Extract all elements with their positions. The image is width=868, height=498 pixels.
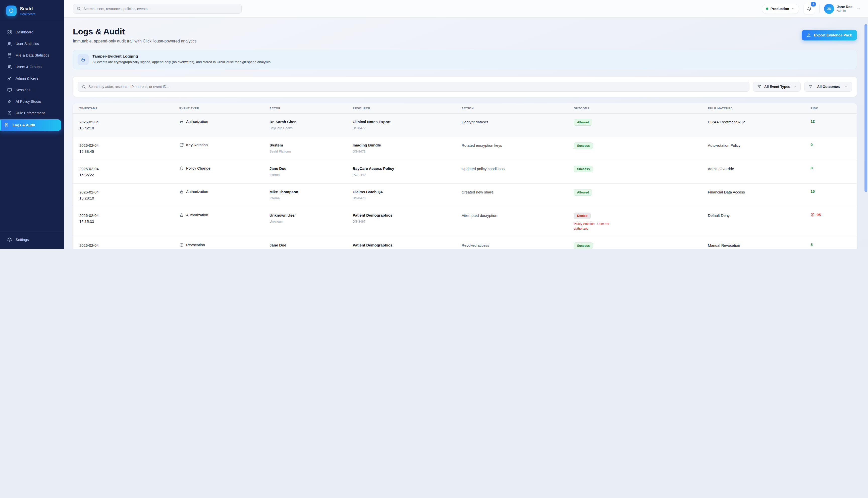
x-circle-icon <box>179 243 184 247</box>
table-row[interactable]: 2026-02-0415:38:45 Key Rotation SystemSe… <box>73 137 857 160</box>
sidebar: Seald Healthcare Dashboard User Statisti… <box>0 0 64 249</box>
environment-selector[interactable]: Production <box>762 4 799 14</box>
vertical-scrollbar[interactable] <box>865 24 867 192</box>
resource-id: DS-8472 <box>352 126 456 130</box>
table-row[interactable]: 2026-02-0415:28:10 Authorization Mike Th… <box>73 184 857 207</box>
sidebar-item-ai-policy-studio[interactable]: AI Policy Studio <box>0 96 64 107</box>
timestamp-date: 2026-02-04 <box>79 189 173 195</box>
users-icon <box>7 64 12 69</box>
risk-score: 0 <box>811 143 813 147</box>
chevron-down-icon <box>791 7 795 11</box>
timestamp-time: 15:35:22 <box>79 172 173 178</box>
outcome-badge: Allowed <box>574 189 592 196</box>
rule-matched: HIPAA Treatment Rule <box>705 114 807 137</box>
rotate-icon <box>179 143 184 147</box>
global-search[interactable] <box>73 4 242 14</box>
unlock-icon <box>179 213 184 217</box>
column-header-risk: Risk <box>807 103 857 113</box>
log-search-input[interactable] <box>89 85 746 89</box>
risk-score: 8 <box>811 166 813 170</box>
page-title: Logs & Audit <box>73 27 197 37</box>
outcome-badge: Success <box>574 166 593 172</box>
actor-org: Unknown <box>269 220 347 223</box>
sidebar-item-dashboard[interactable]: Dashboard <box>0 26 64 38</box>
timestamp-time: 15:08:47 <box>79 249 173 249</box>
table-row[interactable]: 2026-02-0415:08:47 Revocation Jane DoeIn… <box>73 237 857 249</box>
column-header-resource: Resource <box>350 103 458 113</box>
timestamp-time: 15:28:10 <box>79 195 173 201</box>
actor-org: BayCare Health <box>269 126 347 130</box>
event-type-label: Authorization <box>186 212 208 218</box>
seald-shield-logo-icon <box>6 5 16 16</box>
sidebar-item-user-statistics[interactable]: User Statistics <box>0 38 64 50</box>
table-row[interactable]: 2026-02-0415:15:33 Authorization Unknown… <box>73 207 857 237</box>
export-button-label: Export Evidence Pack <box>814 33 852 37</box>
search-icon <box>77 6 81 11</box>
risk-score: 15 <box>811 189 815 194</box>
unlock-icon <box>179 189 184 194</box>
environment-label: Production <box>771 7 789 11</box>
table-row[interactable]: 2026-02-0415:35:22 Policy Change Jane Do… <box>73 160 857 184</box>
user-role: Admin <box>837 9 852 13</box>
action-text: Attempted decryption <box>458 207 571 237</box>
actor-name: Jane Doe <box>269 166 347 171</box>
log-search[interactable] <box>78 82 749 92</box>
shield-icon <box>179 166 184 171</box>
table-row[interactable]: 2026-02-0415:42:18 Authorization Dr. Sar… <box>73 114 857 137</box>
alert-circle-icon <box>811 212 815 217</box>
user-name: Jane Doe <box>837 5 852 9</box>
sidebar-item-logs-audit[interactable]: Logs & Audit <box>0 119 61 131</box>
timestamp-date: 2026-02-04 <box>79 243 173 249</box>
outcome-badge: Allowed <box>574 119 592 126</box>
action-text: Created new share <box>458 184 571 207</box>
chevron-down-icon <box>857 7 860 11</box>
column-header-event-type: Event Type <box>176 103 266 113</box>
audit-log-table: Timestamp Event Type Actor Resource Acti… <box>73 103 857 249</box>
actor-name: Jane Doe <box>269 243 347 248</box>
sidebar-item-file-data-statistics[interactable]: File & Data Statistics <box>0 50 64 61</box>
outcome-filter-label: All Outcomes <box>815 85 841 89</box>
sidebar-item-settings[interactable]: Settings <box>0 234 64 246</box>
column-header-action: Action <box>458 103 571 113</box>
banner-title: Tamper-Evident Logging <box>92 54 270 58</box>
rule-matched: Financial Data Access <box>705 184 807 207</box>
outcome-filter[interactable]: All Outcomes <box>804 82 852 92</box>
sidebar-item-label: Logs & Audit <box>13 123 35 127</box>
event-type-filter[interactable]: All Event Types <box>753 82 801 92</box>
sidebar-item-admin-keys[interactable]: Admin & Keys <box>0 73 64 84</box>
column-header-actor: Actor <box>266 103 350 113</box>
timestamp-date: 2026-02-04 <box>79 212 173 219</box>
rule-matched: Manual Revocation <box>705 237 807 249</box>
sidebar-item-rule-enforcement[interactable]: Rule Enforcement <box>0 107 64 119</box>
shield-alert-icon <box>7 110 12 116</box>
user-menu[interactable]: JD Jane Doe Admin <box>824 4 860 14</box>
actor-name: Dr. Sarah Chen <box>269 119 347 124</box>
topbar: Production 3 JD Jane Doe Admin <box>64 0 868 17</box>
sidebar-item-label: Admin & Keys <box>16 76 38 80</box>
sidebar-item-users-groups[interactable]: Users & Groups <box>0 61 64 73</box>
sidebar-nav: Dashboard User Statistics File & Data St… <box>0 21 64 231</box>
sidebar-item-label: Dashboard <box>16 30 34 34</box>
download-icon <box>807 33 811 37</box>
search-icon <box>82 85 86 89</box>
export-evidence-pack-button[interactable]: Export Evidence Pack <box>802 30 857 40</box>
resource-name: Clinical Notes Export <box>352 119 456 124</box>
sidebar-item-label: Rule Enforcement <box>16 111 45 115</box>
outcome-note: Policy violation - User not authorized <box>574 222 614 231</box>
bell-icon <box>807 6 812 11</box>
tamper-evident-banner: Tamper-Evident Logging All events are cr… <box>73 50 857 69</box>
event-type-label: Authorization <box>186 189 208 194</box>
action-text: Rotated encryption keys <box>458 137 571 160</box>
rule-matched: Admin Override <box>705 160 807 183</box>
actor-name: Unknown User <box>269 212 347 218</box>
resource-id: POL-442 <box>352 173 456 176</box>
resource-name: Patient Demographics <box>352 243 456 248</box>
sidebar-item-sessions[interactable]: Sessions <box>0 84 64 96</box>
notifications-button[interactable]: 3 <box>804 3 815 14</box>
avatar: JD <box>824 4 834 14</box>
actor-org: Internal <box>269 173 347 176</box>
timestamp-date: 2026-02-04 <box>79 119 173 125</box>
database-icon <box>7 53 12 58</box>
global-search-input[interactable] <box>83 7 238 11</box>
sidebar-footer: Settings <box>0 231 64 249</box>
